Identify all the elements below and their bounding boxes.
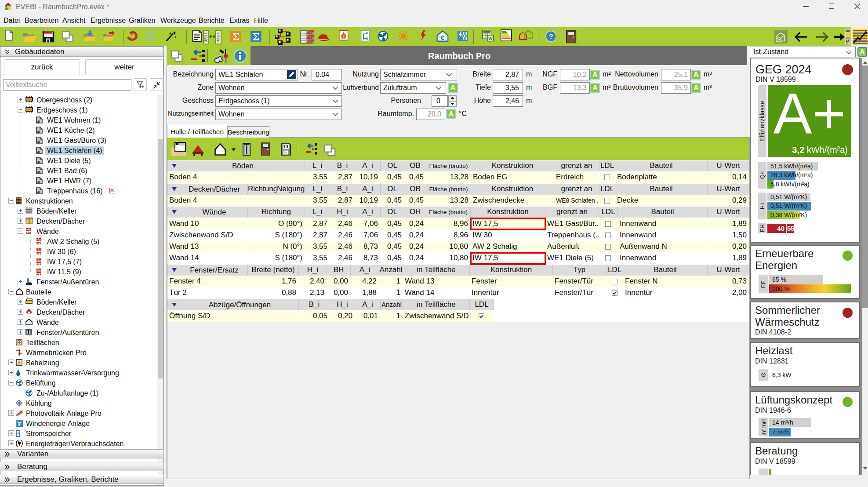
svg-text:?: ? [549, 33, 553, 40]
svg-text:W: W [488, 36, 493, 41]
svg-text:€: € [441, 34, 444, 41]
